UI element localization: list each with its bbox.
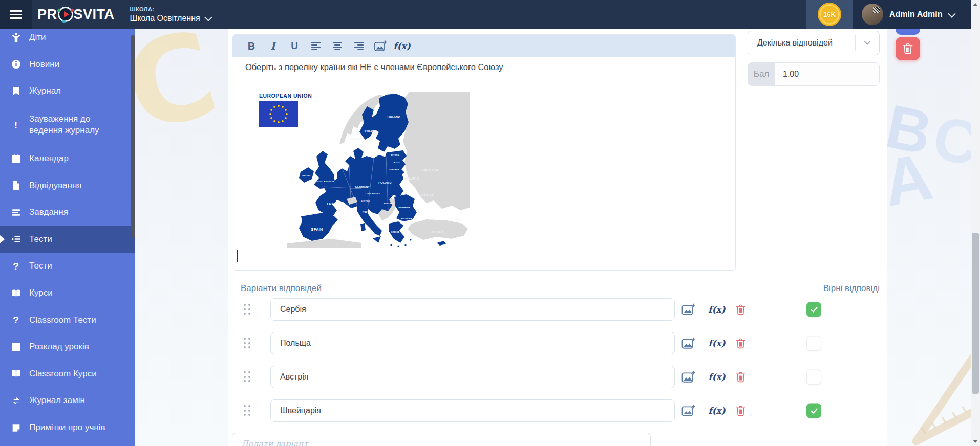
answer-delete-button[interactable]	[734, 303, 747, 316]
answer-input[interactable]	[270, 366, 675, 388]
logo-play-icon	[58, 7, 73, 22]
page-scrollbar[interactable]	[971, 0, 980, 446]
score-input-group: Бал	[748, 62, 880, 86]
page-scrollbar-thumb[interactable]	[972, 233, 979, 394]
sidebar-item-prymitky[interactable]: Примітки про учнів	[0, 414, 135, 441]
correct-answer-checkbox[interactable]	[806, 404, 821, 418]
answer-input[interactable]	[270, 332, 675, 354]
insert-image-button[interactable]	[372, 37, 389, 55]
bold-button[interactable]: B	[243, 37, 260, 55]
answer-delete-button[interactable]	[734, 405, 747, 417]
chevron-down-icon	[948, 10, 956, 18]
answer-image-button[interactable]	[681, 404, 696, 417]
top-header: PR SVITA ШКОЛА: Школа Освітлення 16K Adm…	[0, 0, 980, 29]
correct-answer-checkbox[interactable]	[806, 370, 821, 385]
answer-image-button[interactable]	[681, 303, 696, 316]
svg-text:HUNGARY: HUNGARY	[384, 203, 394, 205]
correct-answers-title: Вірні відповіді	[748, 283, 880, 294]
sidebar-item-novyny[interactable]: Новини	[0, 51, 135, 78]
answer-formula-button[interactable]: f(x)	[706, 372, 728, 382]
answer-input[interactable]	[270, 399, 675, 422]
question-type-value: Декілька відповідей	[757, 38, 855, 48]
question-type-select[interactable]: Декілька відповідей	[748, 31, 880, 55]
svg-text:GREECE: GREECE	[391, 231, 400, 233]
correct-answer-checkbox[interactable]	[806, 302, 821, 317]
svg-text:RUSSIA: RUSSIA	[422, 168, 439, 172]
answer-input[interactable]	[270, 298, 675, 321]
user-menu[interactable]: Admin Admin	[853, 0, 980, 29]
delete-question-button[interactable]	[896, 37, 920, 60]
italic-button[interactable]: I	[264, 37, 282, 55]
trash-icon	[901, 42, 914, 55]
svg-text:AUSTRIA: AUSTRIA	[361, 200, 370, 203]
sidebar-item-classroom-kursy[interactable]: Classroom Курси	[0, 361, 135, 388]
answer-formula-button[interactable]: f(x)	[706, 304, 728, 315]
sidebar-item-zhurnal-zamin[interactable]: Журнал замін	[0, 387, 135, 414]
attendance-page-icon	[10, 180, 22, 192]
svg-text:SWEDEN: SWEDEN	[365, 129, 377, 132]
underline-button[interactable]: U	[286, 37, 303, 55]
align-center-button[interactable]	[329, 37, 346, 55]
hamburger-menu-button[interactable]	[0, 0, 32, 29]
coin-badge[interactable]: 16K	[818, 3, 841, 26]
svg-text:FINLAND: FINLAND	[388, 115, 400, 118]
sidebar-item-rozklad[interactable]: Розклад уроків	[0, 333, 135, 361]
book-icon	[10, 368, 22, 380]
sidebar-item-zauvazhennia[interactable]: ! Зауваження до ведення журналу	[0, 105, 135, 145]
drag-handle-icon[interactable]	[244, 338, 251, 349]
logo-text-post: SVITA	[74, 7, 115, 23]
logo-text-pre: PR	[37, 7, 57, 23]
schedule-icon	[10, 341, 22, 353]
answer-delete-button[interactable]	[734, 371, 747, 384]
editor-toolbar: B I U f(x)	[232, 35, 735, 57]
background-letter-decoration: B	[880, 90, 938, 168]
sidebar-item-testy[interactable]: ? Тести	[0, 253, 135, 280]
sidebar-item-zavdannia[interactable]: Завдання	[0, 199, 135, 226]
answer-formula-button[interactable]: f(x)	[706, 406, 728, 416]
school-selector[interactable]: ШКОЛА: Школа Освітлення	[130, 6, 210, 23]
scroll-up-arrow[interactable]	[971, 0, 980, 9]
calendar-icon	[10, 152, 22, 165]
answer-image-button[interactable]	[681, 370, 696, 384]
correct-answer-checkbox[interactable]	[806, 336, 821, 351]
coin-value: 16K	[823, 11, 836, 18]
svg-text:UKRAINE: UKRAINE	[419, 194, 434, 197]
question-editor[interactable]: B I U f(x) Оберіть з переліку країни які…	[232, 34, 736, 271]
answer-image-button[interactable]	[681, 337, 696, 350]
map-africa	[287, 239, 361, 248]
question-icon: ?	[10, 314, 22, 326]
answer-formula-button[interactable]: f(x)	[706, 338, 728, 348]
score-label: Бал	[748, 63, 775, 85]
chevron-down-icon	[204, 13, 212, 21]
score-input[interactable]	[775, 63, 880, 85]
app-logo: PR SVITA	[37, 7, 115, 23]
align-right-button[interactable]	[350, 37, 368, 55]
sidebar-scrollbar-thumb[interactable]	[131, 35, 135, 238]
sidebar-item-zhurnal[interactable]: Журнал	[0, 78, 135, 105]
drag-handle-icon[interactable]	[244, 405, 251, 416]
answer-delete-button[interactable]	[734, 337, 747, 350]
user-name: Admin Admin	[889, 10, 942, 19]
sidebar-item-testy-selected[interactable]: Тести	[0, 226, 135, 253]
svg-text:LATVIA: LATVIA	[393, 162, 400, 164]
scroll-down-arrow[interactable]	[971, 437, 980, 446]
map-russia-east	[401, 92, 470, 210]
answer-row: f(x)	[135, 332, 980, 354]
text-cursor	[237, 250, 238, 262]
sidebar-item-vidviduvannia[interactable]: Відвідування	[0, 172, 135, 199]
align-left-button[interactable]	[307, 37, 325, 55]
add-variant-input[interactable]	[232, 433, 651, 446]
sidebar-item-kalendar[interactable]: Календар	[0, 145, 135, 172]
sidebar-item-kursy[interactable]: Курси	[0, 280, 135, 307]
bookmark-icon	[10, 85, 22, 97]
sidebar-item-classroom-testy[interactable]: ? Classroom Тести	[0, 306, 135, 333]
formula-button[interactable]: f(x)	[393, 37, 411, 55]
add-question-button-partial[interactable]	[896, 29, 920, 35]
svg-text:LITHUANIA: LITHUANIA	[389, 169, 400, 171]
drag-handle-icon[interactable]	[244, 304, 251, 315]
drag-handle-icon[interactable]	[244, 371, 251, 383]
sidebar-item-dity[interactable]: Діти	[0, 29, 135, 51]
school-name: Школа Освітлення	[130, 14, 200, 23]
sidebar-nav: Діти Новини Журнал ! Зауваження до веден…	[0, 29, 135, 446]
answer-row: f(x)	[135, 366, 980, 388]
